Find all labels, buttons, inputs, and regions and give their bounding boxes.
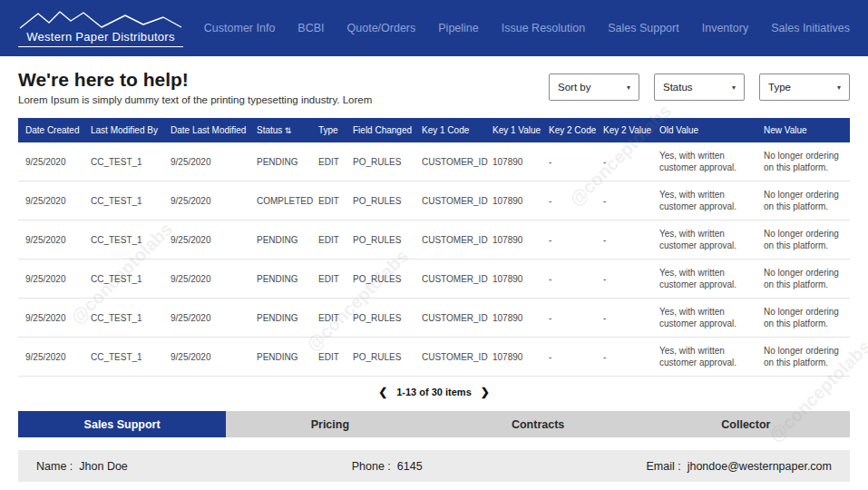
tabs-bar: Sales SupportPricingContractsCollector xyxy=(18,411,850,437)
table-cell: CUSTOMER_ID xyxy=(414,181,485,220)
table-cell: 9/25/2020 xyxy=(163,220,249,260)
table-cell: No longer ordering on this platform. xyxy=(756,260,850,299)
contact-bar: Name : Jhon Doe Phone : 6145 Email : jho… xyxy=(18,450,850,482)
table-cell: EDIT xyxy=(311,260,346,299)
nav-item-sales-support[interactable]: Sales Support xyxy=(608,22,679,34)
table-cell: Yes, with written customer approval. xyxy=(652,142,756,181)
table-cell: PO_RULES xyxy=(346,220,414,260)
contact-email: Email : jhondoe@westernpaper.com xyxy=(646,460,832,473)
nav-item-quote-orders[interactable]: Quote/Orders xyxy=(347,22,416,34)
mountains-icon xyxy=(18,9,183,29)
column-header-key-1-code: Key 1 Code xyxy=(414,118,485,142)
table-cell: CC_TEST_1 xyxy=(83,220,163,260)
nav-item-issue-resolution[interactable]: Issue Resolution xyxy=(502,22,585,34)
table-cell: 9/25/2020 xyxy=(163,181,249,220)
table-cell: No longer ordering on this platform. xyxy=(756,220,850,260)
nav-item-bcbi[interactable]: BCBI xyxy=(297,22,324,34)
table-cell: 9/25/2020 xyxy=(18,338,83,377)
logo[interactable]: Western Paper Distributors xyxy=(18,9,183,47)
table-cell: Yes, with written customer approval. xyxy=(652,299,756,338)
table-cell: - xyxy=(596,142,652,181)
pagination-label: 1-13 of 30 items xyxy=(396,387,472,397)
name-value: Jhon Doe xyxy=(79,460,128,473)
results-table-wrap: Date CreatedLast Modified ByDate Last Mo… xyxy=(18,118,850,377)
table-cell: No longer ordering on this platform. xyxy=(756,338,850,377)
table-cell: CUSTOMER_ID xyxy=(414,299,485,338)
table-cell: Yes, with written customer approval. xyxy=(652,260,756,299)
table-cell: Yes, with written customer approval. xyxy=(652,181,756,220)
table-row: 9/25/2020CC_TEST_19/25/2020PENDINGEDITPO… xyxy=(18,220,850,260)
table-cell: CC_TEST_1 xyxy=(83,299,163,338)
name-label: Name : xyxy=(36,460,73,473)
sort-icon[interactable]: ⇅ xyxy=(282,126,291,135)
table-cell: 9/25/2020 xyxy=(163,260,249,299)
table-cell: No longer ordering on this platform. xyxy=(756,142,850,181)
table-body: 9/25/2020CC_TEST_19/25/2020PENDINGEDITPO… xyxy=(18,142,850,377)
table-cell: PENDING xyxy=(249,220,311,260)
sort-by-label: Sort by xyxy=(558,82,590,93)
table-cell: - xyxy=(541,142,596,181)
table-cell: 107890 xyxy=(485,142,541,181)
table-cell: CC_TEST_1 xyxy=(83,338,163,377)
table-cell: 107890 xyxy=(485,181,541,220)
brand-name: Western Paper Distributors xyxy=(26,30,175,44)
table-cell: 9/25/2020 xyxy=(18,260,83,299)
table-cell: CC_TEST_1 xyxy=(83,181,163,220)
top-navbar: Western Paper Distributors Customer Info… xyxy=(0,0,868,56)
table-cell: PO_RULES xyxy=(346,260,414,299)
status-dropdown[interactable]: Status ▾ xyxy=(654,74,745,101)
tab-sales-support[interactable]: Sales Support xyxy=(18,411,226,437)
hero-section: We're here to help! Lorem Ipsum is simpl… xyxy=(0,56,868,114)
column-header-date-last-modified: Date Last Modified xyxy=(163,118,249,142)
table-cell: PO_RULES xyxy=(346,299,414,338)
column-header-field-changed: Field Changed xyxy=(346,118,414,142)
table-cell: 9/25/2020 xyxy=(18,181,83,220)
sort-by-dropdown[interactable]: Sort by ▾ xyxy=(549,74,639,101)
chevron-down-icon: ▾ xyxy=(627,83,630,92)
nav-items: Customer InfoBCBIQuote/OrdersPipelineIss… xyxy=(204,22,850,34)
nav-item-inventory[interactable]: Inventory xyxy=(702,22,748,34)
table-cell: PENDING xyxy=(249,142,311,181)
nav-item-sales-initiatives[interactable]: Sales Initiatives xyxy=(771,22,850,34)
prev-page-button[interactable]: ❮ xyxy=(378,386,387,398)
hero-text: We're here to help! Lorem Ipsum is simpl… xyxy=(18,69,372,105)
table-cell: - xyxy=(541,299,596,338)
table-cell: 9/25/2020 xyxy=(163,142,249,181)
table-cell: No longer ordering on this platform. xyxy=(756,299,850,338)
type-dropdown[interactable]: Type ▾ xyxy=(759,74,850,101)
chevron-down-icon: ▾ xyxy=(837,83,841,92)
column-header-key-2-code: Key 2 Code xyxy=(541,118,596,142)
table-cell: - xyxy=(541,220,596,260)
phone-value: 6145 xyxy=(397,460,423,473)
table-cell: - xyxy=(541,338,596,377)
tab-contracts[interactable]: Contracts xyxy=(434,411,642,437)
type-label: Type xyxy=(768,82,791,93)
logo-underline xyxy=(18,46,183,47)
column-header-old-value: Old Value xyxy=(652,118,756,142)
page: Western Paper Distributors Customer Info… xyxy=(0,0,868,490)
contact-phone: Phone : 6145 xyxy=(352,460,423,473)
table-header-row: Date CreatedLast Modified ByDate Last Mo… xyxy=(18,118,850,142)
email-label: Email : xyxy=(646,460,680,473)
column-header-status[interactable]: Status ⇅ xyxy=(249,118,311,142)
next-page-button[interactable]: ❯ xyxy=(481,386,490,398)
email-value: jhondoe@westernpaper.com xyxy=(688,460,832,473)
table-row: 9/25/2020CC_TEST_19/25/2020PENDINGEDITPO… xyxy=(18,299,850,338)
table-cell: - xyxy=(596,220,652,260)
tab-collector[interactable]: Collector xyxy=(642,411,850,437)
table-cell: PENDING xyxy=(249,338,311,377)
table-cell: - xyxy=(596,299,652,338)
table-cell: 107890 xyxy=(485,220,541,260)
table-row: 9/25/2020CC_TEST_19/25/2020PENDINGEDITPO… xyxy=(18,142,850,181)
nav-item-pipeline[interactable]: Pipeline xyxy=(438,22,478,34)
column-header-date-created: Date Created xyxy=(18,118,83,142)
table-cell: 107890 xyxy=(485,260,541,299)
table-cell: No longer ordering on this platform. xyxy=(756,181,850,220)
page-title: We're here to help! xyxy=(18,69,372,91)
table-cell: - xyxy=(541,260,596,299)
table-cell: PO_RULES xyxy=(346,181,414,220)
table-cell: 9/25/2020 xyxy=(18,220,83,260)
table-cell: CC_TEST_1 xyxy=(83,260,163,299)
tab-pricing[interactable]: Pricing xyxy=(226,411,434,437)
nav-item-customer-info[interactable]: Customer Info xyxy=(204,22,276,34)
